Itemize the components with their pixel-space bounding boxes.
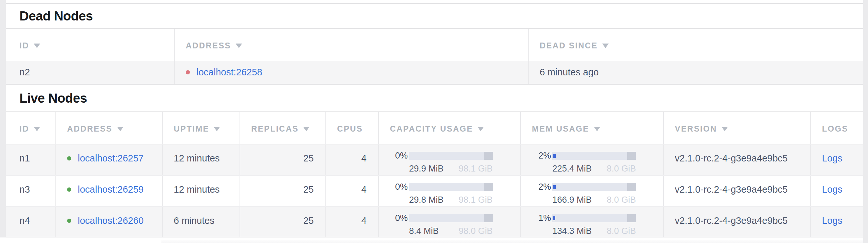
mem-bar-end-block — [627, 214, 636, 222]
column-header-cpus-label: CPUS — [337, 124, 363, 133]
column-header-replicas[interactable]: REPLICAS — [240, 112, 326, 144]
node-address-cell: localhost:26260 — [55, 207, 162, 237]
mem-usage-cell: 2% 225.4 MiB 8.0 GiB — [520, 144, 663, 175]
version-cell: v2.1.0-rc.2-4-g3e9a4e9bc5 — [663, 207, 810, 237]
column-header-address[interactable]: ADDRESS — [55, 112, 162, 144]
mem-bar-end-block — [627, 183, 636, 191]
mem-used-bar-segment — [553, 216, 555, 220]
table-row: n1 localhost:26257 12 minutes 25 4 0% — [6, 144, 863, 175]
mem-bar-end-block — [627, 152, 636, 160]
node-address-cell: localhost:26257 — [55, 144, 162, 175]
capacity-usage-bar — [409, 214, 493, 222]
sort-desc-icon — [602, 44, 609, 48]
capacity-usage-bar — [409, 183, 493, 191]
logs-cell: Logs — [810, 207, 863, 237]
mem-used-label: 166.9 MiB — [552, 195, 592, 205]
mem-used-label: 134.3 MiB — [552, 226, 592, 236]
mem-usage-cell: 2% 166.9 MiB 8.0 GiB — [520, 176, 663, 206]
sort-desc-icon — [34, 44, 40, 48]
replicas-cell: 25 — [240, 176, 326, 206]
mem-usage-bar — [552, 183, 636, 191]
node-id-cell: n3 — [6, 176, 55, 206]
uptime-cell: 12 minutes — [162, 144, 240, 175]
node-address-link[interactable]: localhost:26259 — [78, 184, 144, 195]
column-header-dead-since[interactable]: DEAD SINCE — [528, 29, 863, 61]
column-header-id-label: ID — [20, 124, 29, 133]
mem-total-label: 8.0 GiB — [607, 226, 636, 236]
sort-desc-icon — [117, 127, 123, 131]
nodes-overview-panel: Dead Nodes ID ADDRESS DEAD SINCE n2 loca… — [6, 0, 863, 238]
top-spacer — [6, 0, 863, 3]
capacity-total-label: 98.1 GiB — [459, 195, 493, 205]
uptime-cell: 12 minutes — [162, 176, 240, 206]
live-node-status-icon — [67, 156, 71, 161]
node-address-link[interactable]: localhost:26257 — [78, 153, 144, 164]
mem-percent-label: 2% — [538, 182, 551, 192]
dead-nodes-header-row: ID ADDRESS DEAD SINCE — [6, 28, 863, 61]
logs-link[interactable]: Logs — [822, 215, 842, 226]
column-header-capacity-usage[interactable]: CAPACITY USAGE — [378, 112, 520, 144]
sort-desc-icon — [721, 127, 728, 131]
node-address-cell: localhost:26258 — [174, 61, 528, 84]
column-header-address[interactable]: ADDRESS — [174, 29, 528, 61]
logs-cell: Logs — [810, 176, 863, 206]
column-header-cpus: CPUS — [326, 112, 378, 144]
column-header-logs: LOGS — [810, 112, 863, 144]
replicas-cell: 25 — [240, 144, 326, 175]
capacity-percent-label: 0% — [395, 151, 408, 161]
sort-desc-icon — [303, 127, 310, 131]
column-header-uptime[interactable]: UPTIME — [162, 112, 240, 144]
column-header-id[interactable]: ID — [6, 112, 55, 144]
capacity-used-label: 8.4 MiB — [409, 226, 439, 236]
table-row: n2 localhost:26258 6 minutes ago — [6, 61, 863, 84]
column-header-dead-since-label: DEAD SINCE — [540, 41, 598, 50]
cpus-cell: 4 — [326, 144, 378, 175]
replicas-cell: 25 — [240, 207, 326, 237]
capacity-bar-end-block — [484, 183, 493, 191]
sort-desc-icon — [34, 127, 40, 131]
node-id-cell: n1 — [6, 144, 55, 175]
capacity-usage-cell: 0% 8.4 MiB 98.0 GiB — [378, 207, 520, 237]
sort-desc-icon — [214, 127, 220, 131]
version-cell: v2.1.0-rc.2-4-g3e9a4e9bc5 — [663, 176, 810, 206]
live-nodes-table: ID ADDRESS UPTIME REPLICAS CPUS CAPACITY… — [6, 111, 863, 238]
column-header-version[interactable]: VERSION — [663, 112, 810, 144]
logs-link[interactable]: Logs — [822, 184, 842, 195]
next-section-shadow — [161, 240, 863, 243]
capacity-used-label: 29.8 MiB — [409, 195, 444, 205]
mem-percent-label: 2% — [538, 151, 551, 161]
node-id-cell: n4 — [6, 207, 55, 237]
live-node-status-icon — [67, 219, 71, 223]
cpus-cell: 4 — [326, 176, 378, 206]
table-row: n4 localhost:26260 6 minutes 25 4 0% — [6, 206, 863, 238]
mem-used-bar-segment — [553, 185, 556, 189]
column-header-id-label: ID — [20, 41, 29, 50]
live-node-status-icon — [67, 187, 71, 192]
page-background-right — [863, 0, 868, 243]
capacity-bar-end-block — [484, 214, 493, 222]
cpus-cell: 4 — [326, 207, 378, 237]
mem-usage-bar — [552, 214, 636, 222]
mem-used-label: 225.4 MiB — [552, 164, 592, 174]
table-row: n3 localhost:26259 12 minutes 25 4 0% — [6, 175, 863, 206]
column-header-mem-usage[interactable]: MEM USAGE — [520, 112, 663, 144]
capacity-total-label: 98.0 GiB — [459, 226, 493, 236]
mem-used-bar-segment — [553, 154, 556, 158]
node-address-cell: localhost:26259 — [55, 176, 162, 206]
capacity-percent-label: 0% — [395, 182, 408, 192]
mem-total-label: 8.0 GiB — [607, 164, 636, 174]
mem-usage-cell: 1% 134.3 MiB 8.0 GiB — [520, 207, 663, 237]
column-header-id[interactable]: ID — [6, 29, 174, 61]
logs-link[interactable]: Logs — [822, 153, 842, 163]
capacity-bar-end-block — [484, 152, 493, 160]
node-address-link[interactable]: localhost:26258 — [196, 67, 262, 78]
version-cell: v2.1.0-rc.2-4-g3e9a4e9bc5 — [663, 144, 810, 175]
logs-cell: Logs — [810, 144, 863, 175]
capacity-percent-label: 0% — [395, 213, 408, 223]
dead-nodes-title: Dead Nodes — [6, 3, 863, 28]
mem-usage-bar — [552, 152, 636, 160]
sort-desc-icon — [594, 127, 600, 131]
node-address-link[interactable]: localhost:26260 — [78, 215, 144, 226]
column-header-replicas-label: REPLICAS — [251, 124, 299, 133]
capacity-usage-cell: 0% 29.9 MiB 98.1 GiB — [378, 144, 520, 175]
